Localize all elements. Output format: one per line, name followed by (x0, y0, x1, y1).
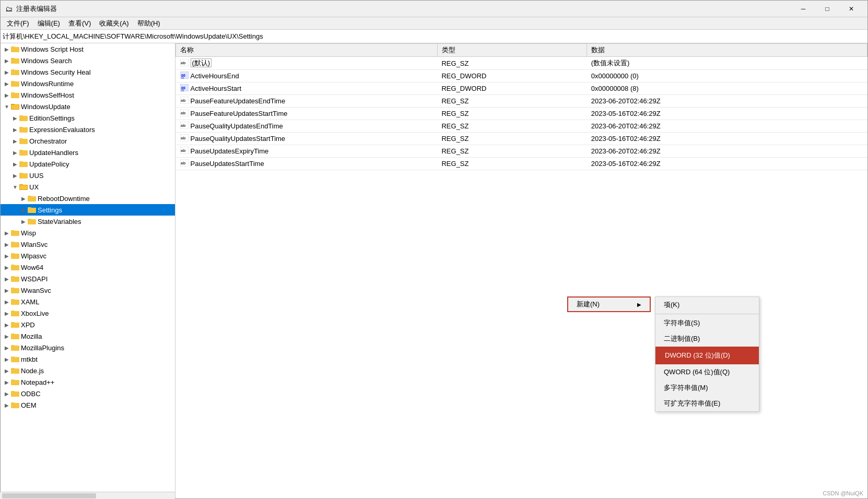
tree-item-label: WindowsUpdate (21, 103, 71, 111)
expand-icon[interactable]: ▶ (11, 148, 19, 157)
submenu-item[interactable]: DWORD (32 位)值(D) (655, 347, 759, 364)
tree-item[interactable]: ▶ MozillaPlugins (1, 342, 175, 353)
tree-item-label: Windows Security Heal (21, 68, 91, 76)
tree-item[interactable]: ▶ OEM (1, 399, 175, 411)
menu-item-E[interactable]: 编辑(E) (33, 18, 64, 29)
tree-item[interactable]: ▼ WindowsUpdate (1, 101, 175, 112)
expand-icon[interactable]: ▶ (3, 229, 11, 237)
tree-item[interactable]: ▶ XPD (1, 319, 175, 330)
tree-item[interactable]: ▼ UX (1, 181, 175, 193)
expand-icon[interactable]: ▶ (11, 137, 19, 145)
expand-icon[interactable]: ▶ (3, 332, 11, 340)
expand-icon[interactable]: ▶ (11, 171, 19, 180)
table-row[interactable]: ab PauseFeatureUpdatesEndTimeREG_SZ2023-… (176, 95, 867, 108)
expand-icon[interactable]: ▶ (3, 378, 11, 386)
tree-item[interactable]: ▶ Wow64 (1, 262, 175, 273)
tree-item[interactable]: ▶ Node.js (1, 365, 175, 376)
expand-icon[interactable]: ▶ (19, 194, 28, 203)
tree-item[interactable]: ▶ EditionSettings (1, 112, 175, 124)
tree-item[interactable]: ▶ WindowsSelfHost (1, 89, 175, 101)
tree-item[interactable]: ▶ mtkbt (1, 353, 175, 365)
menu-item-F[interactable]: 文件(F) (3, 18, 33, 29)
table-row[interactable]: ab PauseFeatureUpdatesStartTimeREG_SZ202… (176, 108, 867, 120)
table-row[interactable]: ab PauseUpdatesExpiryTimeREG_SZ2023-06-2… (176, 145, 867, 158)
expand-icon[interactable]: ▶ (3, 263, 11, 271)
submenu-item[interactable]: 可扩充字符串值(E) (655, 396, 759, 411)
expand-icon[interactable]: ▼ (11, 183, 19, 191)
menu-item-A[interactable]: 收藏夹(A) (95, 18, 133, 29)
tree-item[interactable]: ▶ UUS (1, 170, 175, 181)
tree-item[interactable]: ▶ XboxLive (1, 307, 175, 319)
menu-item-V[interactable]: 查看(V) (64, 18, 95, 29)
submenu-item[interactable]: 二进制值(B) (655, 331, 759, 347)
tree-item[interactable]: ▶ StateVariables (1, 216, 175, 227)
expand-icon[interactable]: ▶ (11, 160, 19, 168)
expand-icon[interactable]: ▶ (19, 206, 28, 214)
expand-icon[interactable]: ▶ (3, 240, 11, 248)
svg-rect-5 (11, 59, 19, 63)
reg-type: REG_SZ (437, 57, 587, 70)
expand-icon[interactable]: ▼ (3, 102, 11, 111)
tree-item[interactable]: ▶ Wlpasvc (1, 250, 175, 262)
tree-item[interactable]: ▶ Notepad++ (1, 376, 175, 388)
expand-icon[interactable]: ▶ (11, 125, 19, 134)
table-row[interactable]: 00 01 ActiveHoursStartREG_DWORD0x0000000… (176, 82, 867, 95)
minimize-button[interactable]: ─ (791, 1, 815, 17)
expand-icon[interactable]: ▶ (3, 45, 11, 53)
submenu-item[interactable]: 字符串值(S) (655, 315, 759, 331)
close-button[interactable]: ✕ (839, 1, 863, 17)
tree-item[interactable]: ▶ Wisp (1, 227, 175, 239)
reg-name-cell: ab PauseFeatureUpdatesStartTime (176, 108, 438, 120)
reg-data: 2023-05-16T02:46:29Z (587, 108, 867, 120)
expand-icon[interactable]: ▶ (3, 286, 11, 294)
tree-item[interactable]: ▶ Orchestrator (1, 135, 175, 147)
expand-icon[interactable]: ▶ (3, 343, 11, 352)
tree-item[interactable]: ▶ WSDAPI (1, 273, 175, 284)
expand-icon[interactable]: ▶ (3, 79, 11, 88)
expand-icon[interactable]: ▶ (3, 320, 11, 329)
expand-icon[interactable]: ▶ (3, 56, 11, 65)
expand-icon[interactable]: ▶ (19, 217, 28, 225)
tree-item[interactable]: ▶ ODBC (1, 388, 175, 399)
submenu-item[interactable]: 项(K) (655, 297, 759, 313)
tree-item[interactable]: ▶ UpdatePolicy (1, 158, 175, 170)
tree-item[interactable]: ▶ Windows Security Heal (1, 66, 175, 78)
tree-item[interactable]: ▶ WlanSvc (1, 239, 175, 250)
maximize-button[interactable]: □ (815, 1, 839, 17)
tree-item[interactable]: ▶ UpdateHandlers (1, 147, 175, 158)
svg-rect-77 (11, 335, 19, 339)
tree-item[interactable]: ▶ ExpressionEvaluators (1, 124, 175, 135)
expand-icon[interactable]: ▶ (3, 275, 11, 283)
table-row[interactable]: ab (默认)REG_SZ(数值未设置) (176, 57, 867, 70)
tree-item[interactable]: ▶ Settings (1, 204, 175, 216)
tree-item[interactable]: ▶ Windows Search (1, 55, 175, 66)
registry-tree[interactable]: ▶ Windows Script Host▶ Windows Search▶ W… (1, 43, 175, 498)
menu-item-H[interactable]: 帮助(H) (133, 18, 165, 29)
expand-icon[interactable]: ▶ (3, 389, 11, 398)
expand-icon[interactable]: ▶ (3, 91, 11, 99)
expand-icon[interactable]: ▶ (3, 355, 11, 363)
expand-icon[interactable]: ▶ (3, 401, 11, 409)
folder-icon (11, 366, 19, 375)
tree-item[interactable]: ▶ Mozilla (1, 330, 175, 342)
tree-item[interactable]: ▶ WindowsRuntime (1, 78, 175, 89)
values-scroll[interactable]: 名称 类型 数据 ab (默认)REG_SZ(数值未设置) 00 01 Acti… (175, 43, 867, 498)
table-row[interactable]: ab PauseUpdatesStartTimeREG_SZ2023-05-16… (176, 158, 867, 170)
tree-item[interactable]: ▶ XAML (1, 296, 175, 307)
table-row[interactable]: 00 01 ActiveHoursEndREG_DWORD0x00000000 … (176, 70, 867, 82)
expand-icon[interactable]: ▶ (3, 366, 11, 375)
submenu-item[interactable]: QWORD (64 位)值(Q) (655, 364, 759, 380)
tree-item[interactable]: ▶ RebootDowntime (1, 193, 175, 204)
tree-item[interactable]: ▶ Windows Script Host (1, 43, 175, 55)
expand-icon[interactable]: ▶ (3, 298, 11, 306)
expand-icon[interactable]: ▶ (3, 68, 11, 76)
tree-item[interactable]: ▶ WwanSvc (1, 284, 175, 296)
new-menu-item[interactable]: 新建(N) ▶ (567, 296, 651, 312)
expand-icon[interactable]: ▶ (3, 252, 11, 260)
table-row[interactable]: ab PauseQualityUpdatesEndTimeREG_SZ2023-… (176, 120, 867, 133)
expand-icon[interactable]: ▶ (3, 309, 11, 317)
submenu-item[interactable]: 多字符串值(M) (655, 380, 759, 396)
table-row[interactable]: ab PauseQualityUpdatesStartTimeREG_SZ202… (176, 133, 867, 145)
expand-icon[interactable]: ▶ (11, 114, 19, 122)
horizontal-scrollbar[interactable] (0, 492, 175, 499)
